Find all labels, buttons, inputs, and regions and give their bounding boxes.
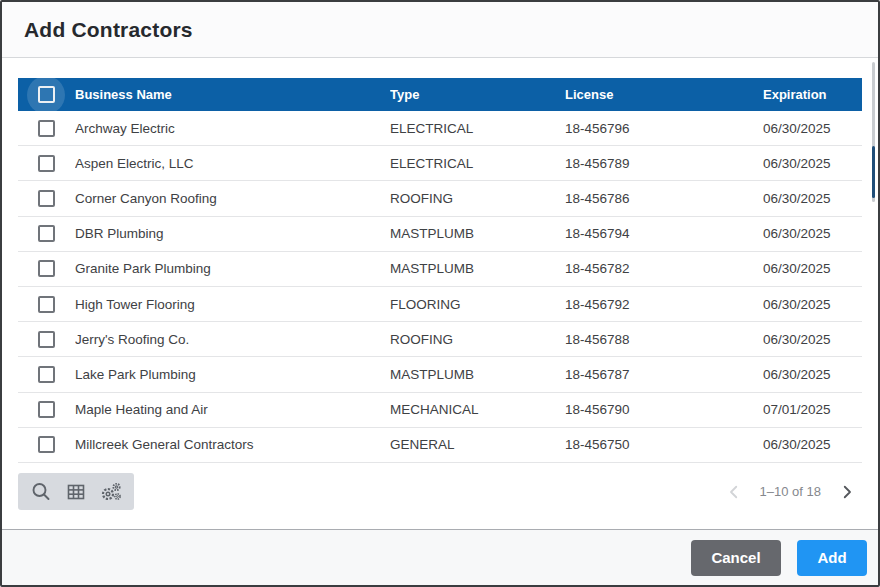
license-cell: 18-456794: [565, 226, 763, 241]
table-row: Maple Heating and Air MECHANICAL 18-4567…: [18, 393, 862, 428]
expiration-cell: 06/30/2025: [763, 437, 862, 452]
license-cell: 18-456787: [565, 367, 763, 382]
type-cell: ELECTRICAL: [390, 121, 565, 136]
type-cell: ROOFING: [390, 332, 565, 347]
table-row: DBR Plumbing MASTPLUMB 18-456794 06/30/2…: [18, 217, 862, 252]
row-checkbox-cell: [18, 322, 75, 356]
add-contractors-dialog: Add Contractors Business Name Type Licen…: [0, 0, 880, 587]
business-name-cell: Archway Electric: [75, 121, 390, 136]
business-name-cell: Maple Heating and Air: [75, 402, 390, 417]
table-header-row: Business Name Type License Expiration: [18, 78, 862, 111]
search-icon[interactable]: [28, 479, 54, 505]
row-checkbox[interactable]: [38, 296, 55, 313]
select-all-checkbox[interactable]: [38, 86, 55, 103]
license-cell: 18-456750: [565, 437, 763, 452]
type-cell: GENERAL: [390, 437, 565, 452]
row-checkbox[interactable]: [38, 331, 55, 348]
expiration-cell: 06/30/2025: [763, 261, 862, 276]
page-title: Add Contractors: [24, 18, 193, 42]
dialog-footer: Cancel Add: [2, 529, 878, 585]
row-checkbox-cell: [18, 181, 75, 215]
row-checkbox[interactable]: [38, 190, 55, 207]
license-cell: 18-456786: [565, 191, 763, 206]
row-checkbox-cell: [18, 357, 75, 391]
license-cell: 18-456782: [565, 261, 763, 276]
business-name-cell: Jerry's Roofing Co.: [75, 332, 390, 347]
business-name-cell: Corner Canyon Roofing: [75, 191, 390, 206]
table-row: Millcreek General Contractors GENERAL 18…: [18, 428, 862, 463]
table-row: Archway Electric ELECTRICAL 18-456796 06…: [18, 111, 862, 146]
row-checkbox[interactable]: [38, 366, 55, 383]
table-row: Lake Park Plumbing MASTPLUMB 18-456787 0…: [18, 357, 862, 392]
row-checkbox-cell: [18, 217, 75, 251]
dialog-titlebar: Add Contractors: [2, 2, 878, 58]
business-name-cell: Millcreek General Contractors: [75, 437, 390, 452]
expiration-cell: 07/01/2025: [763, 402, 862, 417]
scrollbar-thumb[interactable]: [872, 146, 875, 198]
expiration-cell: 06/30/2025: [763, 297, 862, 312]
business-name-cell: High Tower Flooring: [75, 297, 390, 312]
row-checkbox-cell: [18, 146, 75, 180]
row-checkbox[interactable]: [38, 120, 55, 137]
license-cell: 18-456788: [565, 332, 763, 347]
business-name-cell: DBR Plumbing: [75, 226, 390, 241]
expiration-cell: 06/30/2025: [763, 332, 862, 347]
expiration-cell: 06/30/2025: [763, 191, 862, 206]
table-row: High Tower Flooring FLOORING 18-456792 0…: [18, 287, 862, 322]
row-checkbox-cell: [18, 111, 75, 145]
license-cell: 18-456796: [565, 121, 763, 136]
row-checkbox-cell: [18, 252, 75, 286]
license-cell: 18-456792: [565, 297, 763, 312]
row-checkbox[interactable]: [38, 401, 55, 418]
row-checkbox-cell: [18, 428, 75, 462]
chevron-left-icon[interactable]: [723, 481, 745, 503]
row-checkbox[interactable]: [38, 225, 55, 242]
row-checkbox[interactable]: [38, 436, 55, 453]
column-header-license[interactable]: License: [565, 87, 763, 102]
pagination: 1–10 of 18: [723, 473, 858, 510]
expiration-cell: 06/30/2025: [763, 156, 862, 171]
settings-gears-icon[interactable]: [98, 479, 124, 505]
column-header-business-name[interactable]: Business Name: [75, 87, 390, 102]
row-checkbox[interactable]: [38, 260, 55, 277]
pagination-range-label: 1–10 of 18: [760, 484, 821, 499]
type-cell: ROOFING: [390, 191, 565, 206]
row-checkbox-cell: [18, 287, 75, 321]
license-cell: 18-456789: [565, 156, 763, 171]
type-cell: MASTPLUMB: [390, 367, 565, 382]
cancel-button[interactable]: Cancel: [691, 540, 781, 576]
type-cell: FLOORING: [390, 297, 565, 312]
table-toolbar: [18, 473, 134, 510]
type-cell: MASTPLUMB: [390, 261, 565, 276]
expiration-cell: 06/30/2025: [763, 121, 862, 136]
business-name-cell: Lake Park Plumbing: [75, 367, 390, 382]
license-cell: 18-456790: [565, 402, 763, 417]
add-button[interactable]: Add: [797, 540, 867, 576]
table-body: Archway Electric ELECTRICAL 18-456796 06…: [18, 111, 862, 463]
type-cell: ELECTRICAL: [390, 156, 565, 171]
select-all-cell: [18, 78, 75, 111]
table-row: Corner Canyon Roofing ROOFING 18-456786 …: [18, 181, 862, 216]
row-checkbox-cell: [18, 393, 75, 427]
table-row: Aspen Electric, LLC ELECTRICAL 18-456789…: [18, 146, 862, 181]
table-grid-icon[interactable]: [63, 479, 89, 505]
contractors-table: Business Name Type License Expiration Ar…: [18, 78, 862, 463]
column-header-type[interactable]: Type: [390, 87, 565, 102]
type-cell: MASTPLUMB: [390, 226, 565, 241]
table-row: Granite Park Plumbing MASTPLUMB 18-45678…: [18, 252, 862, 287]
business-name-cell: Granite Park Plumbing: [75, 261, 390, 276]
column-header-expiration[interactable]: Expiration: [763, 87, 862, 102]
expiration-cell: 06/30/2025: [763, 226, 862, 241]
table-row: Jerry's Roofing Co. ROOFING 18-456788 06…: [18, 322, 862, 357]
business-name-cell: Aspen Electric, LLC: [75, 156, 390, 171]
expiration-cell: 06/30/2025: [763, 367, 862, 382]
chevron-right-icon[interactable]: [836, 481, 858, 503]
row-checkbox[interactable]: [38, 155, 55, 172]
type-cell: MECHANICAL: [390, 402, 565, 417]
